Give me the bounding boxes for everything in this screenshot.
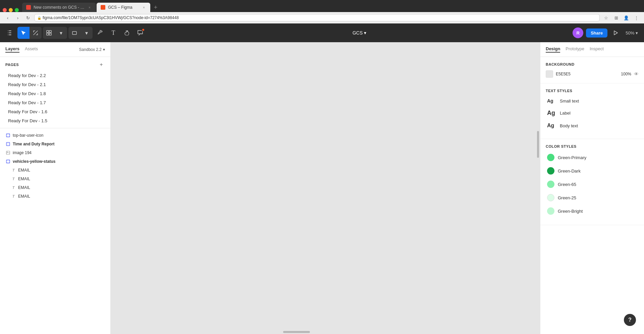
layer-item-time-duty-report[interactable]: Time and Duty Report bbox=[0, 140, 110, 148]
user-avatar[interactable]: R bbox=[573, 27, 583, 38]
pages-section: Pages + Ready for Dev - 2.2 Ready for De… bbox=[0, 57, 110, 128]
frame-icon-2 bbox=[5, 141, 11, 147]
text-style-small-text[interactable]: Ag Small text bbox=[546, 97, 639, 105]
figma-main: Layers Assets Sandbox 2.2 ▾ Pages + Read… bbox=[0, 42, 644, 334]
gmail-tab-close[interactable]: × bbox=[87, 5, 92, 10]
color-style-green-65[interactable]: Green-65 bbox=[546, 179, 639, 189]
color-style-green-dark[interactable]: Green-Dark bbox=[546, 166, 639, 176]
layer-item-email-1[interactable]: T EMAIL bbox=[0, 166, 110, 175]
background-title: Background bbox=[546, 62, 639, 66]
layer-name-time-duty-report: Time and Duty Report bbox=[13, 142, 105, 146]
layer-name-top-bar-user-icon: top-bar-user-icon bbox=[13, 133, 105, 138]
comment-badge bbox=[142, 28, 145, 31]
address-bar[interactable]: 🔒 figma.com/file/1OM7Sypn3cUASpC3t1HVWj/… bbox=[34, 14, 600, 21]
project-name-button[interactable]: GCS ▾ bbox=[350, 29, 369, 37]
layer-item-image-194[interactable]: image 194 bbox=[0, 148, 110, 157]
browser-tab-figma[interactable]: GCS – Figma × bbox=[97, 3, 150, 12]
frame-tool[interactable] bbox=[43, 27, 55, 39]
color-style-green-bright[interactable]: Green-Bright bbox=[546, 206, 639, 216]
pages-title: Pages bbox=[5, 63, 19, 67]
scrollbar-track-v bbox=[537, 46, 539, 331]
bookmark-button[interactable]: ☆ bbox=[602, 14, 610, 21]
add-page-button[interactable]: + bbox=[98, 61, 105, 68]
zoom-level[interactable]: 50% ▾ bbox=[624, 29, 640, 37]
layer-name-email-4: EMAIL bbox=[18, 194, 105, 199]
scrollbar-thumb-h[interactable] bbox=[283, 331, 310, 333]
share-button[interactable]: Share bbox=[586, 28, 607, 38]
layer-item-email-2[interactable]: T EMAIL bbox=[0, 175, 110, 183]
gmail-tab-title: New comments on GCS - ruth... bbox=[34, 5, 85, 10]
green-25-dot bbox=[547, 194, 554, 201]
extensions-button[interactable]: ⊞ bbox=[612, 14, 620, 21]
back-button[interactable]: ‹ bbox=[4, 14, 11, 21]
right-panel: Design Prototype Inspect Background E5E5… bbox=[540, 42, 644, 334]
scale-tool[interactable] bbox=[30, 27, 42, 39]
text-style-name-small: Small text bbox=[560, 98, 579, 104]
page-item-ready-dev-18[interactable]: Ready for Dev - 1.8 bbox=[5, 89, 105, 98]
page-item-ready-dev-22[interactable]: Ready for Dev - 2.2 bbox=[5, 71, 105, 80]
frame-icon-3 bbox=[5, 159, 11, 164]
left-panel-tabs: Layers Assets Sandbox 2.2 ▾ bbox=[0, 42, 110, 57]
address-text: figma.com/file/1OM7Sypn3cUASpC3t1HVWj/GC… bbox=[43, 15, 179, 20]
move-tool[interactable] bbox=[17, 27, 30, 39]
sandbox-label[interactable]: Sandbox 2.2 ▾ bbox=[79, 47, 105, 52]
shape-tool-dropdown[interactable]: ▾ bbox=[80, 27, 93, 39]
figma-menu-button[interactable] bbox=[4, 27, 16, 39]
new-tab-button[interactable]: + bbox=[151, 3, 160, 12]
tab-design[interactable]: Design bbox=[546, 46, 560, 53]
maximize-window-button[interactable] bbox=[15, 8, 19, 12]
minimize-window-button[interactable] bbox=[9, 8, 13, 12]
hand-tool[interactable] bbox=[121, 27, 133, 39]
color-style-green-primary[interactable]: Green-Primary bbox=[546, 152, 639, 162]
text-icon-2: T bbox=[11, 176, 16, 182]
green-bright-dot bbox=[547, 207, 554, 215]
page-item-ready-dev-21[interactable]: Ready for Dev - 2.1 bbox=[5, 80, 105, 89]
forward-button[interactable]: › bbox=[14, 14, 21, 21]
frame-tool-dropdown[interactable]: ▾ bbox=[55, 27, 67, 39]
layer-item-email-3[interactable]: T EMAIL bbox=[0, 183, 110, 192]
comment-tool[interactable] bbox=[134, 27, 146, 39]
text-style-ag-body: Ag bbox=[547, 123, 556, 129]
text-style-label[interactable]: Ag Label bbox=[546, 108, 639, 118]
tab-prototype[interactable]: Prototype bbox=[566, 46, 584, 53]
color-styles-title: Color Styles bbox=[546, 144, 639, 148]
text-icon-3: T bbox=[11, 185, 16, 190]
layer-item-email-4[interactable]: T EMAIL bbox=[0, 192, 110, 201]
text-tool[interactable]: T bbox=[107, 27, 119, 39]
project-name-text: GCS bbox=[353, 30, 363, 36]
close-window-button[interactable] bbox=[3, 8, 7, 12]
page-item-ready-dev-15[interactable]: Ready For Dev - 1.5 bbox=[5, 116, 105, 125]
tab-inspect[interactable]: Inspect bbox=[590, 46, 604, 53]
text-style-body-text[interactable]: Ag Body text bbox=[546, 121, 639, 130]
text-style-name-label: Label bbox=[560, 111, 571, 116]
color-style-green-25[interactable]: Green-25 bbox=[546, 193, 639, 203]
tab-assets[interactable]: Assets bbox=[25, 46, 38, 53]
text-style-ag-small: Ag bbox=[547, 98, 556, 104]
figma-tab-title: GCS – Figma bbox=[108, 5, 139, 10]
menu-button[interactable]: ⋮ bbox=[633, 14, 640, 21]
figma-tab-close[interactable]: × bbox=[142, 5, 146, 10]
help-button[interactable]: ? bbox=[624, 314, 636, 326]
page-item-ready-dev-17[interactable]: Ready for Dev - 1.7 bbox=[5, 98, 105, 107]
text-style-name-body: Body text bbox=[560, 123, 578, 128]
svg-rect-6 bbox=[6, 134, 10, 137]
vertical-scrollbar[interactable] bbox=[537, 46, 539, 331]
profile-button[interactable]: 👤 bbox=[623, 14, 630, 21]
background-color-swatch[interactable] bbox=[546, 70, 553, 78]
green-bright-label: Green-Bright bbox=[558, 209, 583, 214]
layer-item-top-bar-user-icon[interactable]: top-bar-user-icon bbox=[0, 131, 110, 140]
layer-name-email-1: EMAIL bbox=[18, 168, 105, 173]
page-item-ready-dev-16[interactable]: Ready For Dev - 1.6 bbox=[5, 107, 105, 116]
visibility-icon[interactable]: 👁 bbox=[634, 71, 639, 77]
horizontal-scrollbar[interactable] bbox=[114, 331, 537, 333]
shape-tool[interactable] bbox=[68, 27, 80, 39]
tab-layers[interactable]: Layers bbox=[5, 46, 19, 53]
play-button[interactable] bbox=[610, 27, 621, 38]
browser-chrome: New comments on GCS - ruth... × GCS – Fi… bbox=[0, 0, 644, 23]
browser-tab-gmail[interactable]: New comments on GCS - ruth... × bbox=[22, 3, 96, 12]
reload-button[interactable]: ↻ bbox=[24, 14, 32, 21]
scrollbar-thumb-v[interactable] bbox=[537, 131, 539, 158]
pen-tool[interactable] bbox=[94, 27, 106, 39]
canvas-area[interactable] bbox=[111, 42, 540, 334]
layer-item-vehicles-yellow-status[interactable]: vehicles-yellow-status bbox=[0, 157, 110, 166]
